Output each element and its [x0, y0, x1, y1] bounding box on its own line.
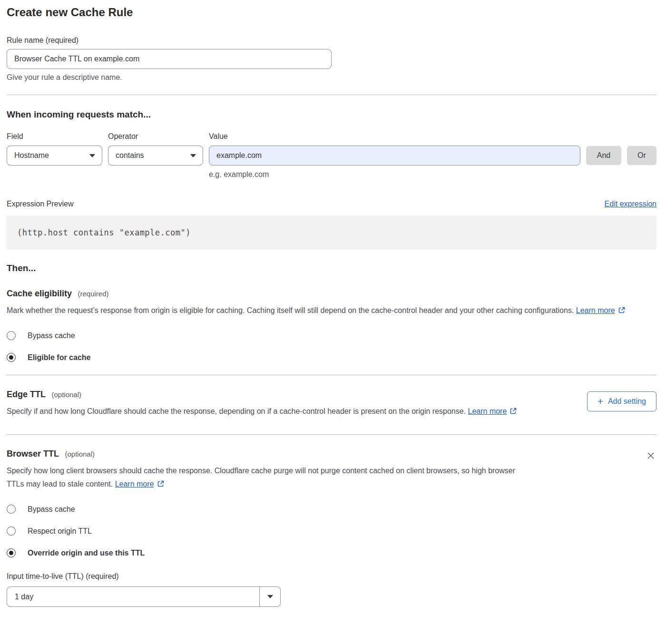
- page-title: Create new Cache Rule: [7, 6, 656, 19]
- rule-name-label: Rule name (required): [7, 36, 656, 45]
- add-setting-button[interactable]: + Add setting: [587, 391, 656, 411]
- match-builder: Field Operator Value Hostname contains A…: [7, 132, 656, 179]
- and-button[interactable]: And: [586, 146, 621, 165]
- remove-browser-ttl-button[interactable]: [645, 450, 656, 461]
- value-help: e.g. example.com: [209, 170, 580, 179]
- then-heading: Then...: [7, 263, 656, 273]
- edge-ttl-title: Edge TTL: [7, 390, 46, 399]
- rule-name-section: Rule name (required) Give your rule a de…: [7, 36, 656, 82]
- cache-eligibility-section: Cache eligibility (required) Mark whethe…: [7, 289, 656, 362]
- rule-name-input[interactable]: [7, 49, 332, 69]
- match-heading: When incoming requests match...: [7, 109, 656, 120]
- radio-bypass-cache[interactable]: Bypass cache: [7, 331, 656, 340]
- edge-ttl-optional: (optional): [51, 390, 81, 399]
- chevron-down-icon: [267, 595, 273, 598]
- radio-icon: [7, 331, 16, 340]
- radio-browser-bypass-cache[interactable]: Bypass cache: [7, 505, 656, 514]
- field-select[interactable]: Hostname: [7, 146, 102, 166]
- learn-more-link[interactable]: Learn more: [576, 306, 615, 314]
- create-cache-rule-form: Create new Cache Rule Rule name (require…: [0, 0, 666, 616]
- or-button[interactable]: Or: [627, 146, 656, 165]
- rule-name-help: Give your rule a descriptive name.: [7, 73, 656, 82]
- divider: [7, 375, 656, 375]
- radio-eligible-for-cache[interactable]: Eligible for cache: [7, 353, 656, 362]
- cache-eligibility-description: Mark whether the request’s response from…: [7, 304, 644, 318]
- operator-label: Operator: [108, 132, 203, 141]
- radio-icon: [7, 505, 16, 514]
- expression-code: (http.host contains "example.com"): [17, 228, 191, 237]
- radio-selected-icon: [7, 353, 16, 362]
- plus-icon: +: [597, 396, 603, 406]
- cache-eligibility-title: Cache eligibility: [7, 289, 72, 298]
- field-select-value: Hostname: [14, 151, 49, 160]
- close-icon: [646, 451, 656, 460]
- external-link-icon: [509, 406, 517, 419]
- learn-more-link[interactable]: Learn more: [468, 407, 507, 415]
- edit-expression-link[interactable]: Edit expression: [605, 200, 656, 208]
- learn-more-link[interactable]: Learn more: [115, 480, 154, 488]
- edge-ttl-section: Edge TTL (optional) Specify if and how l…: [7, 390, 656, 419]
- expression-preview-label: Expression Preview: [7, 200, 74, 208]
- expression-code-block: (http.host contains "example.com"): [7, 215, 656, 250]
- ttl-select-dropdown-button[interactable]: [259, 587, 280, 606]
- ttl-select-value: 1 day: [7, 587, 259, 606]
- divider: [7, 95, 656, 95]
- browser-ttl-title: Browser TTL: [7, 449, 59, 459]
- browser-ttl-optional: (optional): [65, 450, 95, 458]
- chevron-down-icon: [190, 154, 196, 157]
- cache-eligibility-required: (required): [78, 290, 109, 298]
- field-label: Field: [7, 132, 102, 141]
- operator-select[interactable]: contains: [108, 146, 203, 166]
- radio-respect-origin-ttl[interactable]: Respect origin TTL: [7, 527, 656, 536]
- radio-selected-icon: [7, 548, 16, 557]
- divider: [7, 434, 656, 435]
- expression-preview-row: Expression Preview Edit expression: [7, 200, 656, 208]
- radio-override-origin-ttl[interactable]: Override origin and use this TTL: [7, 548, 656, 557]
- external-link-icon: [618, 305, 626, 318]
- operator-select-value: contains: [116, 151, 144, 160]
- browser-ttl-section: Browser TTL (optional) Specify how long …: [7, 449, 656, 607]
- external-link-icon: [157, 478, 165, 492]
- ttl-input-label: Input time-to-live (TTL) (required): [7, 572, 656, 581]
- radio-icon: [7, 527, 16, 536]
- chevron-down-icon: [89, 154, 95, 157]
- value-input[interactable]: [209, 146, 580, 166]
- value-label: Value: [209, 132, 580, 141]
- browser-ttl-description: Specify how long client browsers should …: [7, 464, 530, 492]
- edge-ttl-description: Specify if and how long Cloudflare shoul…: [7, 405, 517, 419]
- ttl-select[interactable]: 1 day: [7, 586, 281, 607]
